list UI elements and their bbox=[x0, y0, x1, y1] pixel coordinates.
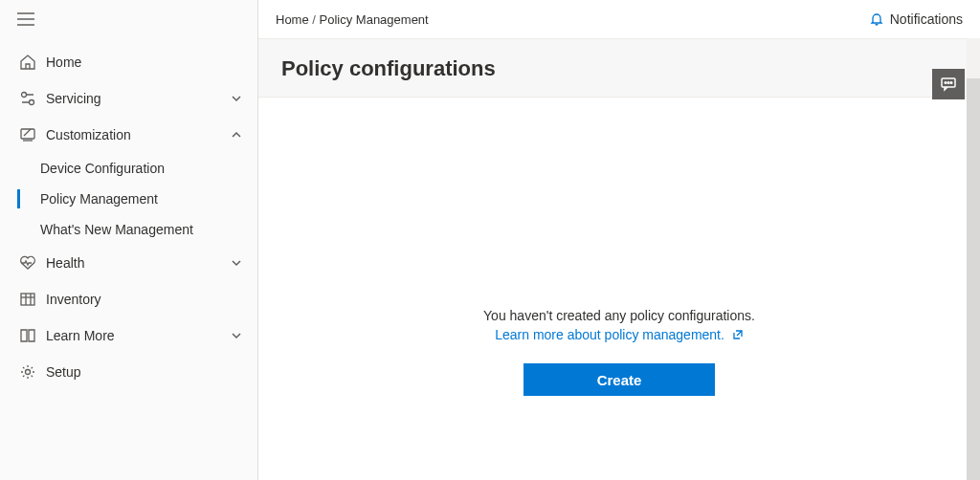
learn-more-link-text: Learn more about policy management. bbox=[495, 327, 724, 342]
sidebar-item-customization[interactable]: Customization bbox=[0, 117, 257, 153]
empty-state-message: You haven't created any policy configura… bbox=[258, 308, 980, 323]
breadcrumb-root[interactable]: Home bbox=[276, 12, 309, 27]
learn-more-link[interactable]: Learn more about policy management. bbox=[495, 327, 744, 342]
sidebar-item-label: Home bbox=[46, 55, 242, 70]
feedback-button[interactable] bbox=[932, 69, 965, 99]
bell-icon bbox=[869, 11, 884, 27]
svg-point-10 bbox=[26, 370, 31, 375]
create-button[interactable]: Create bbox=[523, 363, 715, 396]
breadcrumb: Home / Policy Management bbox=[276, 12, 429, 27]
svg-rect-6 bbox=[21, 294, 34, 305]
sidebar-item-learn-more[interactable]: Learn More bbox=[0, 317, 257, 354]
notifications-label: Notifications bbox=[890, 11, 963, 27]
sidebar-item-label: Learn More bbox=[46, 328, 231, 343]
svg-point-14 bbox=[950, 82, 952, 84]
page-header: Policy configurations bbox=[258, 38, 980, 98]
chevron-down-icon bbox=[231, 257, 242, 269]
sidebar-subitem-policy-management[interactable]: Policy Management bbox=[0, 184, 257, 214]
inventory-icon bbox=[19, 291, 36, 308]
notifications-button[interactable]: Notifications bbox=[869, 11, 963, 27]
breadcrumb-current: Policy Management bbox=[320, 12, 429, 27]
main-area: Home / Policy Management Notifications P… bbox=[258, 0, 980, 480]
sidebar: Home Servicing Customization Device Conf… bbox=[0, 0, 258, 480]
hamburger-menu-button[interactable] bbox=[0, 0, 257, 38]
sidebar-nav: Home Servicing Customization Device Conf… bbox=[0, 38, 257, 390]
breadcrumb-separator: / bbox=[309, 12, 320, 27]
home-icon bbox=[19, 54, 36, 71]
gear-icon bbox=[19, 363, 36, 381]
sidebar-subitem-label: What's New Management bbox=[40, 222, 193, 237]
sidebar-item-setup[interactable]: Setup bbox=[0, 354, 257, 390]
svg-point-13 bbox=[947, 82, 949, 84]
learn-more-icon bbox=[19, 327, 36, 344]
vertical-scrollbar[interactable] bbox=[967, 38, 980, 480]
content-area: You haven't created any policy configura… bbox=[258, 98, 980, 480]
sidebar-item-label: Inventory bbox=[46, 292, 242, 307]
sidebar-item-inventory[interactable]: Inventory bbox=[0, 281, 257, 317]
external-link-icon bbox=[732, 329, 744, 340]
sidebar-item-label: Setup bbox=[46, 364, 242, 380]
sidebar-item-label: Servicing bbox=[46, 91, 231, 106]
chevron-down-icon bbox=[231, 93, 242, 104]
sidebar-subitem-label: Device Configuration bbox=[40, 161, 165, 176]
svg-point-12 bbox=[945, 82, 947, 84]
sidebar-item-servicing[interactable]: Servicing bbox=[0, 80, 257, 117]
svg-point-3 bbox=[22, 93, 27, 98]
sidebar-item-health[interactable]: Health bbox=[0, 245, 257, 281]
sidebar-subitem-label: Policy Management bbox=[40, 191, 158, 207]
top-bar: Home / Policy Management Notifications bbox=[258, 0, 980, 38]
scrollbar-thumb[interactable] bbox=[967, 78, 980, 480]
health-icon bbox=[19, 254, 36, 272]
sidebar-item-label: Customization bbox=[46, 127, 231, 142]
chevron-up-icon bbox=[231, 129, 242, 141]
hamburger-icon bbox=[17, 12, 34, 26]
svg-point-4 bbox=[30, 100, 34, 105]
sidebar-subitem-device-configuration[interactable]: Device Configuration bbox=[0, 153, 257, 184]
chevron-down-icon bbox=[231, 330, 242, 341]
feedback-icon bbox=[940, 76, 957, 93]
empty-state: You haven't created any policy configura… bbox=[258, 308, 980, 396]
page-title: Policy configurations bbox=[281, 56, 957, 81]
sidebar-item-label: Health bbox=[46, 255, 231, 271]
customization-icon bbox=[19, 126, 36, 143]
sidebar-subitem-whats-new-management[interactable]: What's New Management bbox=[0, 214, 257, 245]
sidebar-item-home[interactable]: Home bbox=[0, 44, 257, 80]
svg-rect-5 bbox=[21, 129, 34, 139]
servicing-icon bbox=[19, 90, 36, 107]
